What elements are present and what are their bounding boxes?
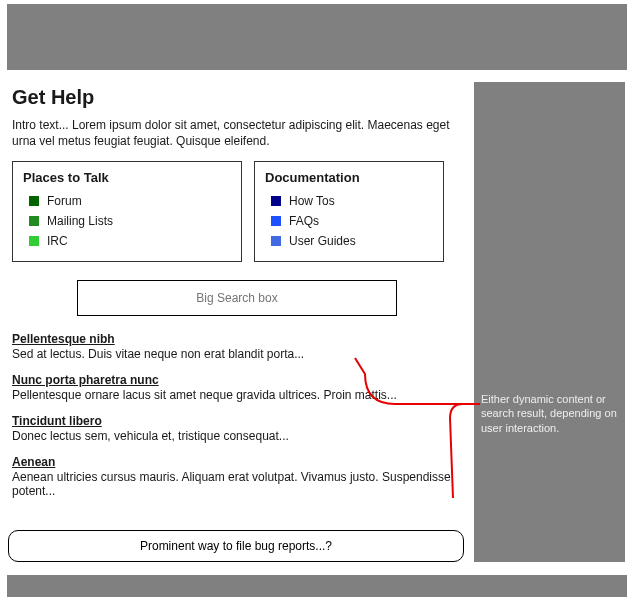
file-bug-button[interactable]: Prominent way to file bug reports...? (8, 530, 464, 562)
places-title: Places to Talk (23, 170, 231, 185)
bug-report-row: Prominent way to file bug reports...? (8, 530, 464, 562)
result-item: Aenean Aenean ultricies cursus mauris. A… (12, 455, 462, 498)
result-item: Pellentesque nibh Sed at lectus. Duis vi… (12, 332, 462, 361)
result-snippet: Sed at lectus. Duis vitae neque non erat… (12, 347, 462, 361)
header-banner (7, 4, 627, 70)
search-input[interactable] (77, 280, 397, 316)
result-item: Nunc porta pharetra nunc Pellentesque or… (12, 373, 462, 402)
places-to-talk-box: Places to Talk Forum Mailing Lists IRC (12, 161, 242, 262)
places-item-forum[interactable]: Forum (23, 191, 231, 211)
main-content: Get Help Intro text... Lorem ipsum dolor… (12, 86, 462, 510)
docs-item-label: User Guides (289, 234, 356, 248)
places-item-label: Forum (47, 194, 82, 208)
search-row (12, 280, 462, 316)
result-snippet: Pellentesque ornare lacus sit amet neque… (12, 388, 462, 402)
places-item-label: Mailing Lists (47, 214, 113, 228)
square-icon (29, 216, 39, 226)
result-snippet: Aenean ultricies cursus mauris. Aliquam … (12, 470, 462, 498)
square-icon (271, 236, 281, 246)
square-icon (29, 236, 39, 246)
docs-title: Documentation (265, 170, 433, 185)
places-item-label: IRC (47, 234, 68, 248)
documentation-box: Documentation How Tos FAQs User Guides (254, 161, 444, 262)
result-item: Tincidunt libero Donec lectus sem, vehic… (12, 414, 462, 443)
square-icon (271, 216, 281, 226)
result-title-link[interactable]: Aenean (12, 455, 55, 469)
square-icon (29, 196, 39, 206)
docs-item-faqs[interactable]: FAQs (265, 211, 433, 231)
wireframe-annotation: Either dynamic content or search result,… (481, 392, 621, 435)
places-item-mailing-lists[interactable]: Mailing Lists (23, 211, 231, 231)
docs-item-user-guides[interactable]: User Guides (265, 231, 433, 251)
places-item-irc[interactable]: IRC (23, 231, 231, 251)
result-snippet: Donec lectus sem, vehicula et, tristique… (12, 429, 462, 443)
result-title-link[interactable]: Nunc porta pharetra nunc (12, 373, 159, 387)
result-title-link[interactable]: Pellentesque nibh (12, 332, 115, 346)
docs-item-label: FAQs (289, 214, 319, 228)
right-sidebar-placeholder (474, 82, 625, 562)
docs-item-howtos[interactable]: How Tos (265, 191, 433, 211)
footer-banner (7, 575, 627, 597)
results-list: Pellentesque nibh Sed at lectus. Duis vi… (12, 332, 462, 498)
docs-item-label: How Tos (289, 194, 335, 208)
link-boxes-row: Places to Talk Forum Mailing Lists IRC D… (12, 161, 462, 262)
page-title: Get Help (12, 86, 462, 109)
intro-text: Intro text... Lorem ipsum dolor sit amet… (12, 117, 462, 149)
square-icon (271, 196, 281, 206)
result-title-link[interactable]: Tincidunt libero (12, 414, 102, 428)
